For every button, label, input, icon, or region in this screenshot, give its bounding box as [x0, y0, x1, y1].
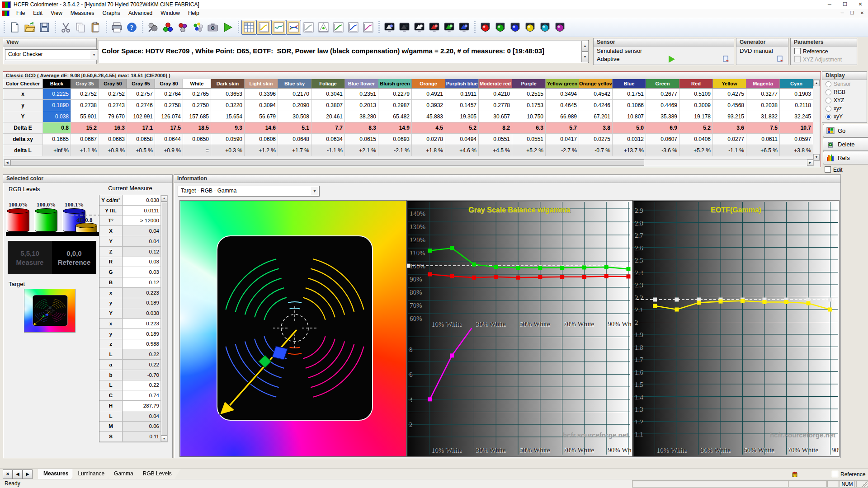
open-file-button[interactable] [22, 20, 37, 35]
display-option-xyz[interactable]: xyz [822, 104, 867, 113]
table-cell[interactable]: 0.2118 [780, 100, 813, 111]
measure-sat-blue-button[interactable] [457, 20, 472, 35]
table-cell[interactable]: 0.1753 [512, 100, 546, 111]
table-cell[interactable]: 0.4568 [713, 100, 746, 111]
table-cell[interactable]: 14.9 [378, 122, 412, 134]
table-cell[interactable]: = [183, 145, 211, 156]
view-shift-button[interactable] [346, 20, 361, 35]
table-cell[interactable]: -1.1 % [311, 145, 345, 156]
table-cell[interactable]: 0.0607 [646, 134, 679, 145]
display-option-xyz[interactable]: XYZ [822, 96, 867, 104]
table-cell[interactable]: 0.2743 [99, 100, 127, 111]
table-cell[interactable]: 0.2764 [155, 89, 183, 100]
table-cell[interactable]: 0.0667 [71, 134, 99, 145]
view-free-button[interactable] [361, 20, 376, 35]
color-profile-icon[interactable] [791, 471, 798, 477]
edit-checkbox[interactable]: Edit [825, 166, 843, 173]
table-cell[interactable]: 10.750 [512, 111, 546, 122]
table-cell[interactable]: 0.0551 [479, 134, 512, 145]
table-cell[interactable]: 20.461 [311, 111, 345, 122]
table-cell[interactable]: 0.0597 [780, 134, 813, 145]
table-cell[interactable]: 0.4542 [579, 89, 613, 100]
table-cell[interactable]: 0.1457 [445, 100, 479, 111]
table-cell[interactable]: 17.5 [155, 122, 183, 134]
column-header[interactable]: Yellow [713, 79, 746, 89]
table-cell[interactable]: 3.8 [579, 122, 613, 134]
table-cell[interactable]: 0.0611 [746, 134, 780, 145]
column-header[interactable]: Blue sky [278, 79, 311, 89]
table-cell[interactable]: 0.0606 [245, 134, 278, 145]
table-cell[interactable]: 0.4275 [713, 89, 746, 100]
new-file-button[interactable] [7, 20, 22, 35]
view-mode-select[interactable]: Color Checker ▾ [5, 49, 99, 60]
table-cell[interactable]: +1.8 % [412, 145, 445, 156]
table-cell[interactable]: +1.2 % [245, 145, 278, 156]
cut-button[interactable] [58, 20, 73, 35]
table-cell[interactable]: 0.2038 [746, 100, 780, 111]
table-cell[interactable]: 0.2351 [345, 89, 378, 100]
table-cell[interactable]: 0.0312 [613, 134, 646, 145]
table-cell[interactable]: 102.991 [127, 111, 155, 122]
column-header[interactable]: Dark skin [211, 79, 245, 89]
table-cell[interactable]: -3.6 % [646, 145, 679, 156]
table-cell[interactable]: 67.201 [579, 111, 613, 122]
spin-down-icon[interactable]: ▼ [581, 52, 589, 62]
table-cell[interactable]: 30.657 [479, 111, 512, 122]
table-cell[interactable]: 0.2677 [646, 89, 679, 100]
copy-button[interactable] [73, 20, 88, 35]
menu-graphs[interactable]: Graphs [99, 10, 124, 16]
column-header[interactable]: White [183, 79, 211, 89]
table-cell[interactable]: 0.2225 [43, 89, 71, 100]
maximize-icon[interactable]: ☐ [837, 0, 853, 9]
reference-checkbox[interactable]: Reference [794, 48, 828, 55]
column-header[interactable]: Bluish green [378, 79, 412, 89]
table-cell[interactable]: 0.0551 [512, 134, 546, 145]
table-cell[interactable]: 15.2 [71, 122, 99, 134]
measure-yellow-button[interactable] [523, 20, 538, 35]
table-cell[interactable]: 0.2987 [378, 100, 412, 111]
table-cell[interactable]: 0.1890 [43, 100, 71, 111]
measure-blue-button[interactable] [508, 20, 523, 35]
table-cell[interactable]: 9.3 [211, 122, 245, 134]
table-cell[interactable]: 17.1 [127, 122, 155, 134]
table-cell[interactable]: 0.0275 [579, 134, 613, 145]
table-cell[interactable]: 0.2746 [127, 100, 155, 111]
table-cell[interactable]: 4.5 [412, 122, 445, 134]
table-cell[interactable]: 0.4469 [646, 100, 679, 111]
menu-window[interactable]: Window [156, 10, 184, 16]
table-cell[interactable]: 55.901 [71, 111, 99, 122]
table-cell[interactable]: 7.7 [311, 122, 345, 134]
tab-luminance[interactable]: Luminance [72, 469, 113, 479]
table-cell[interactable]: -2.1 % [378, 145, 412, 156]
close-icon[interactable]: ✕ [853, 0, 868, 9]
view-luminance-button[interactable] [256, 20, 271, 35]
table-cell[interactable]: 0.3220 [211, 100, 245, 111]
table-cell[interactable]: 5.1 [278, 122, 311, 134]
prev-tab-icon[interactable]: ◀ [13, 469, 23, 479]
scroll-up-icon[interactable]: ▲ [161, 195, 167, 202]
table-cell[interactable]: 16.3 [99, 122, 127, 134]
display-option-xyy[interactable]: xyY [822, 113, 867, 121]
table-cell[interactable]: 0.2757 [127, 89, 155, 100]
measure-nearblack-button[interactable] [397, 20, 412, 35]
column-header[interactable]: Orange [412, 79, 445, 89]
measure-scrollbar[interactable]: ▲ ▼ [160, 195, 168, 442]
spin-up-icon[interactable]: ▲ [581, 41, 589, 52]
column-header[interactable]: Yellow green [546, 79, 579, 89]
view-colortemp-button[interactable] [316, 20, 331, 35]
measure-sat-red-button[interactable] [427, 20, 442, 35]
measure-sat-green-button[interactable] [442, 20, 457, 35]
table-cell[interactable]: 3.6 [713, 122, 746, 134]
table-cell[interactable]: 0.0277 [713, 134, 746, 145]
table-cell[interactable]: 0.0590 [211, 134, 245, 145]
table-cell[interactable]: 0.3009 [679, 100, 713, 111]
scroll-left-icon[interactable]: ◀ [4, 160, 10, 166]
row-label[interactable]: delta L [3, 145, 43, 156]
column-header[interactable]: Orange yellow [579, 79, 613, 89]
table-cell[interactable]: 0.3653 [211, 89, 245, 100]
scroll-down-icon[interactable]: ▼ [813, 154, 820, 160]
table-horizontal-scrollbar[interactable]: ◀ ▶ [4, 159, 814, 166]
table-cell[interactable]: 0.0658 [127, 134, 155, 145]
table-cell[interactable]: 0.4210 [479, 89, 512, 100]
table-cell[interactable]: 5.7 [546, 122, 579, 134]
